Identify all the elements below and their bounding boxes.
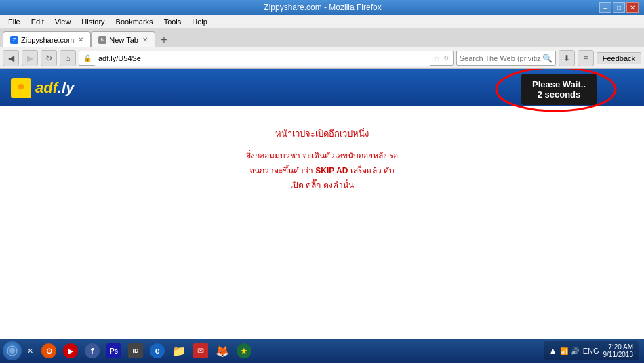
tab-newtab[interactable]: N New Tab ✕ <box>91 31 155 47</box>
please-wait-line1: Please Wait.. <box>532 79 586 89</box>
skip-ad-label: SKIP AD <box>315 166 348 175</box>
menu-bookmarks[interactable]: Bookmarks <box>110 16 159 27</box>
app-icon-files: 📁 <box>172 343 186 358</box>
home-button[interactable]: ⌂ <box>60 50 76 66</box>
system-tray: ▲ 📶 🔊 ENG 7:20 AM 9/11/2013 <box>544 341 639 360</box>
app-icon-firefox: 🦊 <box>215 343 230 358</box>
title-bar: Zippyshare.com - Mozilla Firefox – □ ✕ <box>0 0 644 15</box>
minimize-button[interactable]: – <box>599 2 611 13</box>
main-content: หน้าเวปจะเปิดอีกเวปหนึ่ง สิ่งกลอมมบวชา จ… <box>0 106 644 339</box>
menu-icon[interactable]: ≡ <box>578 50 594 66</box>
tray-icon-network: 📶 <box>560 347 568 355</box>
content-box: หน้าเวปจะเปิดอีกเวปหนึ่ง สิ่งกลอมมบวชา จ… <box>246 127 399 193</box>
tray-lang: ENG <box>583 347 599 355</box>
taskbar-left: ✕ ⊙ ▶ f Ps ID <box>3 341 254 360</box>
content-line2: จนกว่าจะขึ้นคำว่า SKIP AD เสร็จแล้ว คับ <box>246 164 399 179</box>
content-title: หน้าเวปจะเปิดอีกเวปหนึ่ง <box>246 127 399 141</box>
tab-favicon: Z <box>10 36 18 44</box>
app-icon-youtube: ▶ <box>63 343 78 358</box>
tab-zippyshare[interactable]: Z Zippyshare.com ✕ <box>3 31 91 47</box>
svg-point-1 <box>18 84 24 89</box>
search-input[interactable] <box>460 54 541 62</box>
taskbar-app-security[interactable]: ⊙ <box>39 341 59 360</box>
app-icon-app10: ★ <box>237 343 251 358</box>
tray-icons: ▲ 📶 🔊 <box>549 346 579 356</box>
taskbar-app-email[interactable]: ✉ <box>190 341 211 360</box>
adfly-text: adf.ly <box>35 79 74 97</box>
clock-time: 7:20 AM <box>603 343 634 351</box>
bookmark-star-icon[interactable]: ☆ <box>433 54 441 63</box>
window-title: Zippyshare.com - Mozilla Firefox <box>46 3 599 12</box>
tab-label: Zippyshare.com <box>21 36 74 44</box>
taskbar-app-photoshop[interactable]: Ps <box>104 341 124 360</box>
tray-icon-1: ▲ <box>549 346 557 356</box>
tab-label-new: New Tab <box>109 36 138 44</box>
content-line3: เปิด คลิ๊ก ตงคำนั้น <box>246 178 399 193</box>
taskbar-app-app10[interactable]: ★ <box>234 341 254 360</box>
tab-bar: Z Zippyshare.com ✕ N New Tab ✕ + <box>0 28 644 47</box>
content-line2-part2: เสร็จแล้ว คับ <box>348 166 395 175</box>
window-controls: – □ ✕ <box>599 2 639 13</box>
taskbar: ✕ ⊙ ▶ f Ps ID <box>0 339 644 363</box>
adfly-header: adf.ly Please Wait.. 2 seconds <box>0 69 644 106</box>
security-icon: 🔒 <box>83 54 92 62</box>
download-icon[interactable]: ⬇ <box>559 50 575 66</box>
svg-point-4 <box>9 348 15 354</box>
feedback-button[interactable]: Feedback <box>597 52 641 64</box>
adfly-logo: adf.ly <box>11 78 74 98</box>
tray-icon-volume: 🔊 <box>571 347 579 355</box>
forward-button[interactable]: ▶ <box>22 50 38 66</box>
browser-content: adf.ly Please Wait.. 2 seconds หน้าเวปจะ… <box>0 69 644 339</box>
menu-view[interactable]: View <box>49 16 77 27</box>
refresh-button[interactable]: ↻ <box>41 50 57 66</box>
address-bar: ◀ ▶ ↻ ⌂ 🔒 ☆ ↻ 🔍 ⬇ ≡ Feedback <box>0 47 644 69</box>
start-button[interactable] <box>3 341 22 360</box>
refresh-url-icon[interactable]: ↻ <box>443 54 449 62</box>
app-icon-security: ⊙ <box>41 343 56 358</box>
app-icon-photoshop: Ps <box>106 343 121 358</box>
taskbar-app-firefox[interactable]: 🦊 <box>212 341 233 360</box>
taskbar-app-app5[interactable]: ID <box>125 341 146 360</box>
app-icon-ie: e <box>150 343 165 358</box>
taskbar-app-youtube[interactable]: ▶ <box>60 341 81 360</box>
tab-favicon-new: N <box>98 36 106 44</box>
menu-history[interactable]: History <box>76 16 110 27</box>
menu-tools[interactable]: Tools <box>159 16 187 27</box>
tab-close-button[interactable]: ✕ <box>78 36 83 43</box>
taskbar-app-files[interactable]: 📁 <box>169 341 189 360</box>
taskbar-close-button[interactable]: ✕ <box>23 345 37 357</box>
tab-close-new[interactable]: ✕ <box>142 36 148 43</box>
new-tab-button[interactable]: + <box>157 33 172 47</box>
please-wait-box: Please Wait.. 2 seconds <box>521 74 597 105</box>
please-wait-container: Please Wait.. 2 seconds <box>502 72 624 106</box>
menu-file[interactable]: File <box>3 16 26 27</box>
please-wait-line2: 2 seconds <box>532 89 586 100</box>
content-line2-part1: จนกว่าจะขึ้นคำว่า <box>249 166 315 175</box>
url-input[interactable] <box>94 51 430 66</box>
close-button[interactable]: ✕ <box>626 2 639 13</box>
system-clock: 7:20 AM 9/11/2013 <box>603 343 634 358</box>
menu-help[interactable]: Help <box>186 16 213 27</box>
maximize-button[interactable]: □ <box>613 2 625 13</box>
clock-date: 9/11/2013 <box>603 351 634 358</box>
menu-bar: File Edit View History Bookmarks Tools H… <box>0 15 644 28</box>
back-button[interactable]: ◀ <box>3 50 19 66</box>
app-icon-facebook: f <box>85 343 100 358</box>
menu-edit[interactable]: Edit <box>26 16 49 27</box>
content-line1: สิ่งกลอมมบวชา จะเดินตัวเลขนับถอยหลัง รอ <box>246 149 399 164</box>
app-icon-email: ✉ <box>193 343 208 358</box>
taskbar-app-ie[interactable]: e <box>147 341 167 360</box>
search-bar: 🔍 <box>456 51 556 66</box>
adfly-icon <box>11 78 31 98</box>
taskbar-app-facebook[interactable]: f <box>82 341 102 360</box>
search-icon[interactable]: 🔍 <box>542 54 552 63</box>
taskbar-right: ▲ 📶 🔊 ENG 7:20 AM 9/11/2013 <box>544 341 641 360</box>
app-icon-app5: ID <box>128 343 143 358</box>
content-body: สิ่งกลอมมบวชา จะเดินตัวเลขนับถอยหลัง รอ … <box>246 149 399 193</box>
